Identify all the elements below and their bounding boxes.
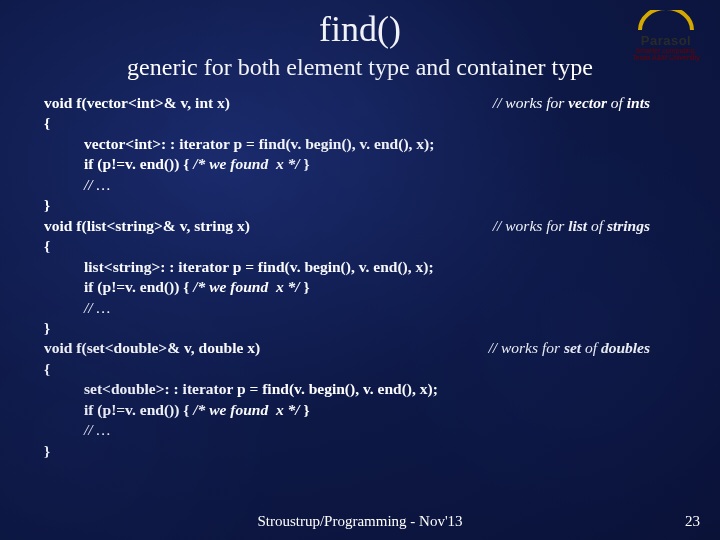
code-line: vector<int>: : iterator p = find(v. begi… bbox=[44, 134, 680, 154]
fn-signature: void f(set<double>& v, double x) bbox=[44, 338, 260, 358]
code-line: } bbox=[44, 195, 680, 215]
page-number: 23 bbox=[685, 513, 700, 530]
code-line: // … bbox=[44, 175, 680, 195]
code-line: if (p!=v. end()) { /* we found x */ } bbox=[44, 154, 680, 174]
inline-comment: // works for list of strings bbox=[493, 216, 680, 236]
code-line: if (p!=v. end()) { /* we found x */ } bbox=[44, 277, 680, 297]
logo-name: Parasol bbox=[626, 34, 706, 47]
code-area: void f(vector<int>& v, int x)// works fo… bbox=[40, 93, 680, 461]
code-line: } bbox=[44, 318, 680, 338]
code-line: { bbox=[44, 359, 680, 379]
inline-comment: // works for vector of ints bbox=[493, 93, 680, 113]
logo-university: Texas A&M University bbox=[626, 54, 706, 61]
code-line: void f(vector<int>& v, int x)// works fo… bbox=[44, 93, 680, 113]
code-line: // … bbox=[44, 298, 680, 318]
code-line: { bbox=[44, 113, 680, 133]
parasol-logo: Parasol Smarter computing. Texas A&M Uni… bbox=[626, 10, 706, 61]
slide-title: find() bbox=[40, 8, 680, 50]
fn-signature: void f(list<string>& v, string x) bbox=[44, 216, 250, 236]
footer-text: Stroustrup/Programming - Nov'13 bbox=[0, 513, 720, 530]
code-line: void f(set<double>& v, double x)// works… bbox=[44, 338, 680, 358]
code-line: } bbox=[44, 441, 680, 461]
inline-comment: // works for set of doubles bbox=[489, 338, 680, 358]
code-line: { bbox=[44, 236, 680, 256]
slide-subtitle: generic for both element type and contai… bbox=[40, 54, 680, 81]
code-line: void f(list<string>& v, string x)// work… bbox=[44, 216, 680, 236]
code-line: set<double>: : iterator p = find(v. begi… bbox=[44, 379, 680, 399]
slide: Parasol Smarter computing. Texas A&M Uni… bbox=[0, 0, 720, 540]
logo-tagline: Smarter computing. bbox=[626, 47, 706, 54]
code-line: if (p!=v. end()) { /* we found x */ } bbox=[44, 400, 680, 420]
code-line: // … bbox=[44, 420, 680, 440]
fn-signature: void f(vector<int>& v, int x) bbox=[44, 93, 230, 113]
parasol-arc-icon bbox=[636, 10, 696, 34]
code-line: list<string>: : iterator p = find(v. beg… bbox=[44, 257, 680, 277]
